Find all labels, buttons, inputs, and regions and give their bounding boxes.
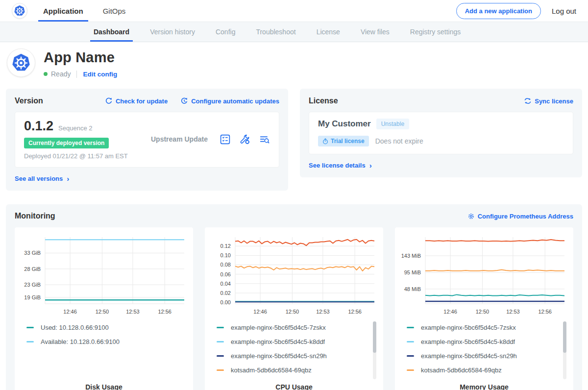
legend-item: example-nginx-5bc6f5d4c5-k8ddf: [407, 335, 556, 349]
svg-text:48 MiB: 48 MiB: [404, 286, 421, 292]
chart-title: CPU Usage: [210, 377, 378, 390]
legend-scrollbar-thumb[interactable]: [563, 321, 566, 353]
see-all-versions-link[interactable]: See all versions ›: [15, 174, 69, 183]
svg-text:12:56: 12:56: [538, 309, 552, 315]
legend-item: example-nginx-5bc6f5d4c5-k8ddf: [217, 335, 366, 349]
svg-text:95 MiB: 95 MiB: [404, 269, 421, 275]
check-for-update-link[interactable]: Check for update: [105, 97, 168, 105]
svg-text:12:50: 12:50: [476, 309, 490, 315]
svg-text:28 GiB: 28 GiB: [24, 266, 41, 272]
cpu-usage-legend: example-nginx-5bc6f5d4c5-7zskxexample-ng…: [217, 320, 378, 377]
legend-scrollbar[interactable]: [563, 321, 566, 379]
svg-text:0.06: 0.06: [220, 271, 231, 277]
tab-view-files[interactable]: View files: [350, 22, 400, 42]
svg-text:19 GiB: 19 GiB: [24, 294, 41, 300]
monitoring-title: Monitoring: [15, 212, 55, 220]
legend-swatch: [217, 355, 224, 357]
edit-config-link[interactable]: Edit config: [83, 71, 117, 78]
legend-label: example-nginx-5bc6f5d4c5-7zskx: [231, 324, 326, 331]
app-status-text: Ready: [51, 70, 71, 78]
preflight-checklist-icon[interactable]: [220, 134, 231, 145]
svg-text:12:46: 12:46: [443, 309, 457, 315]
configure-prometheus-link[interactable]: Configure Prometheus Address: [467, 213, 573, 220]
version-sequence: Sequence 2: [58, 124, 92, 132]
legend-swatch: [407, 355, 414, 357]
cpu-usage-chart: 0.000.020.040.060.080.100.1212:4612:5012…: [210, 233, 378, 317]
chart-title: Disk Usage: [20, 377, 188, 390]
legend-item: Used: 10.128.0.66:9100: [26, 320, 175, 335]
ready-status-dot: [44, 72, 48, 76]
legend-swatch: [407, 341, 414, 342]
chevron-right-icon: ›: [67, 174, 69, 183]
topnav-tab-application[interactable]: Application: [42, 0, 84, 22]
disk-usage-chart: 19 GiB23 GiB28 GiB33 GiB12:4612:5012:531…: [20, 233, 188, 317]
topnav-tab-gitops[interactable]: GitOps: [102, 0, 127, 22]
svg-text:12:56: 12:56: [158, 309, 172, 315]
tab-config[interactable]: Config: [205, 22, 245, 42]
tab-registry-settings[interactable]: Registry settings: [400, 22, 471, 42]
svg-text:12:46: 12:46: [63, 309, 77, 315]
legend-swatch: [26, 341, 34, 342]
legend-item: example-nginx-5bc6f5d4c5-sn29h: [407, 349, 556, 363]
configure-automatic-updates-link[interactable]: Configure automatic updates: [180, 97, 279, 105]
tab-license[interactable]: License: [306, 22, 350, 42]
legend-item: kotsadm-5db6dc6584-69qbz: [217, 363, 366, 377]
chevron-right-icon: ›: [369, 161, 372, 170]
currently-deployed-badge: Currently deployed version: [24, 138, 109, 148]
legend-label: kotsadm-5db6dc6584-69qbz: [421, 366, 502, 374]
app-subnav: Dashboard Version history Config Trouble…: [0, 22, 588, 42]
cpu-usage-chart-card: 0.000.020.040.060.080.100.1212:4612:5012…: [205, 227, 383, 390]
divider: [76, 71, 77, 78]
legend-label: example-nginx-5bc6f5d4c5-7zskx: [421, 324, 516, 331]
legend-swatch: [217, 369, 224, 371]
legend-swatch: [26, 327, 34, 328]
sync-license-link[interactable]: Sync license: [524, 98, 573, 105]
legend-scrollbar[interactable]: [373, 321, 376, 379]
gear-icon: [467, 213, 475, 220]
svg-text:0.10: 0.10: [220, 252, 231, 258]
view-diff-logs-icon[interactable]: [259, 134, 270, 145]
legend-label: Used: 10.128.0.66:9100: [41, 324, 109, 331]
memory-usage-chart-card: 48 MiB95 MiB143 MiB12:4612:5012:5312:56 …: [395, 227, 573, 390]
legend-label: example-nginx-5bc6f5d4c5-k8ddf: [231, 338, 325, 345]
kubernetes-logo-icon: [12, 3, 27, 19]
version-source-label: Upstream Update: [149, 135, 220, 143]
svg-text:12:46: 12:46: [253, 309, 267, 315]
edit-config-wrench-icon[interactable]: [239, 134, 250, 145]
add-application-button[interactable]: Add a new application: [456, 3, 541, 19]
channel-badge: Unstable: [376, 119, 409, 129]
license-panel: License Sync license My Customer Unstabl…: [300, 89, 582, 177]
tab-version-history[interactable]: Version history: [140, 22, 205, 42]
license-panel-title: License: [309, 97, 338, 105]
page-title: App Name: [44, 49, 117, 66]
see-license-details-link[interactable]: See license details ›: [309, 161, 372, 170]
legend-swatch: [407, 369, 414, 371]
memory-usage-legend: example-nginx-5bc6f5d4c5-7zskxexample-ng…: [407, 320, 568, 377]
topnav-tab-label: GitOps: [103, 7, 126, 15]
svg-text:0.12: 0.12: [220, 243, 231, 249]
legend-label: kotsadm-5db6dc6584-69qbz: [231, 366, 312, 374]
legend-swatch: [407, 327, 414, 328]
svg-text:0.04: 0.04: [220, 281, 231, 287]
tab-dashboard[interactable]: Dashboard: [83, 22, 140, 42]
monitoring-panel: Monitoring Configure Prometheus Address …: [6, 204, 582, 390]
app-avatar-kubernetes-icon: [7, 49, 35, 77]
license-expiry-text: Does not expire: [375, 137, 423, 145]
app-header: App Name Ready Edit config: [0, 42, 588, 85]
license-details-card: My Customer Unstable Trial license Does …: [309, 112, 573, 154]
legend-scrollbar-thumb[interactable]: [373, 321, 376, 353]
legend-label: example-nginx-5bc6f5d4c5-sn29h: [231, 352, 327, 360]
chart-title: Memory Usage: [400, 377, 568, 390]
disk-usage-legend: Used: 10.128.0.66:9100Available: 10.128.…: [26, 320, 188, 349]
logout-button[interactable]: Log out: [552, 7, 576, 15]
legend-item: Available: 10.128.0.66:9100: [26, 335, 175, 349]
memory-usage-chart: 48 MiB95 MiB143 MiB12:4612:5012:5312:56: [400, 233, 568, 317]
svg-text:0.08: 0.08: [220, 262, 231, 268]
legend-swatch: [217, 341, 224, 342]
version-number: 0.1.2: [24, 119, 53, 134]
tab-troubleshoot[interactable]: Troubleshoot: [245, 22, 306, 42]
svg-text:12:56: 12:56: [348, 309, 362, 315]
legend-item: example-nginx-5bc6f5d4c5-7zskx: [217, 320, 366, 335]
sync-arrows-icon: [524, 98, 532, 104]
svg-text:12:53: 12:53: [316, 309, 330, 315]
